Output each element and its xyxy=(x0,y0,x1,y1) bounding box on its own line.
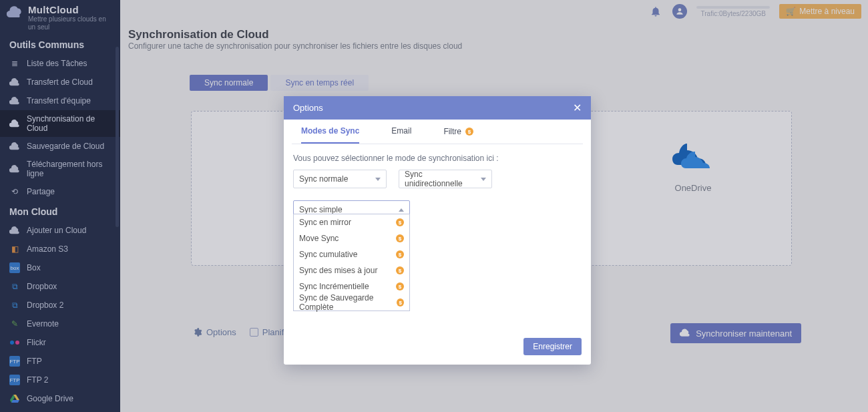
pro-badge-icon: $ xyxy=(396,266,404,274)
dropdown-item-updates[interactable]: Sync des mises à jour$ xyxy=(294,262,409,278)
modal-tab-modes[interactable]: Modes de Sync xyxy=(301,126,359,144)
dropdown-item-full-backup[interactable]: Sync de Sauvegarde Complète$ xyxy=(294,294,409,311)
modal-tab-email[interactable]: Email xyxy=(391,126,411,144)
dropdown-item-cumulative[interactable]: Sync cumulative$ xyxy=(294,246,409,262)
chevron-down-icon xyxy=(375,178,381,181)
chevron-down-icon xyxy=(481,178,486,181)
sync-direction-select[interactable]: Sync unidirectionnelle xyxy=(399,170,492,188)
modal-title: Options xyxy=(293,103,323,113)
options-modal: Options ✕ Modes de Sync Email Filtre$ Vo… xyxy=(284,96,591,365)
pro-badge-icon: $ xyxy=(396,250,404,258)
pro-badge-icon: $ xyxy=(396,282,404,290)
chevron-up-icon xyxy=(399,208,404,212)
pro-badge-icon: $ xyxy=(396,218,404,226)
save-button[interactable]: Enregistrer xyxy=(523,338,582,355)
pro-badge-icon: $ xyxy=(397,298,404,306)
dropdown-item-mirror[interactable]: Sync en mirror$ xyxy=(294,214,409,230)
pro-badge-icon: $ xyxy=(396,234,404,242)
dropdown-item-move[interactable]: Move Sync$ xyxy=(294,230,409,246)
sync-type-select[interactable]: Sync normale xyxy=(293,170,387,188)
modal-tab-filter[interactable]: Filtre$ xyxy=(443,126,473,144)
modal-tabs: Modes de Sync Email Filtre$ xyxy=(292,120,583,144)
modal-close-button[interactable]: ✕ xyxy=(573,101,582,114)
pro-badge-icon: $ xyxy=(465,128,473,136)
sync-mode-dropdown: Sync en mirror$ Move Sync$ Sync cumulati… xyxy=(293,214,410,311)
mode-hint: Vous pouvez sélectionner le mode de sync… xyxy=(293,154,582,163)
dropdown-item-incremental[interactable]: Sync Incrémentielle$ xyxy=(294,278,409,294)
